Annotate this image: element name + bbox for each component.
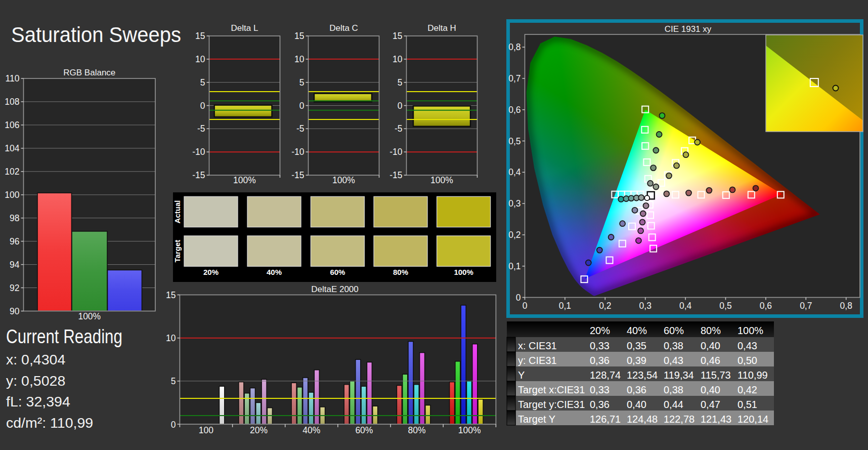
svg-text:15: 15 [166,290,176,300]
svg-text:15: 15 [393,31,402,41]
svg-text:-5: -5 [197,124,205,134]
svg-text:-5: -5 [296,124,305,134]
svg-text:0,33: 0,33 [590,340,610,351]
svg-text:100: 100 [5,190,19,200]
svg-text:0,38: 0,38 [664,340,683,351]
svg-text:0,43: 0,43 [664,355,683,366]
svg-text:40%: 40% [302,425,320,435]
svg-text:Current Reading: Current Reading [6,325,122,347]
svg-text:90: 90 [10,306,20,316]
svg-text:Delta C: Delta C [329,23,358,33]
svg-text:0,42: 0,42 [737,384,757,395]
svg-text:80%: 80% [393,268,408,276]
svg-text:CIE 1931 xy: CIE 1931 xy [665,24,712,34]
svg-text:0,36: 0,36 [590,399,610,410]
svg-text:0,3: 0,3 [639,301,652,311]
svg-text:Saturation Sweeps: Saturation Sweeps [11,22,181,47]
svg-text:0,6: 0,6 [760,301,772,311]
svg-text:100: 100 [199,425,213,435]
svg-text:100%: 100% [233,175,256,185]
svg-text:15: 15 [294,31,304,41]
svg-text:126,71: 126,71 [590,414,621,425]
svg-text:60%: 60% [664,325,684,336]
svg-text:x: CIE31: x: CIE31 [518,340,557,351]
svg-text:0,33: 0,33 [590,384,610,395]
svg-text:0: 0 [398,101,403,111]
svg-text:0: 0 [200,101,205,111]
svg-text:Target: Target [173,240,182,263]
svg-text:40%: 40% [627,325,647,336]
svg-text:0,5: 0,5 [719,301,731,311]
svg-text:0,40: 0,40 [701,340,720,351]
svg-text:0,7: 0,7 [508,73,520,84]
svg-text:121,43: 121,43 [701,414,731,425]
svg-text:110: 110 [6,73,20,84]
svg-text:10: 10 [393,54,403,64]
svg-text:106: 106 [5,120,19,130]
svg-text:100%: 100% [332,175,355,185]
svg-text:120,14: 120,14 [737,414,768,425]
svg-text:0,51: 0,51 [737,399,757,410]
svg-text:0,4: 0,4 [508,167,521,177]
svg-text:98: 98 [10,213,19,223]
svg-text:0,38: 0,38 [664,384,683,395]
svg-text:-15: -15 [192,170,205,180]
svg-text:20%: 20% [250,425,268,435]
svg-text:96: 96 [10,236,19,247]
svg-text:y: CIE31: y: CIE31 [518,355,557,366]
svg-text:0,43: 0,43 [737,340,757,351]
svg-text:Delta H: Delta H [427,23,456,33]
svg-text:0,2: 0,2 [508,230,520,240]
svg-text:0: 0 [299,101,305,111]
svg-text:94: 94 [10,260,20,270]
svg-text:5: 5 [398,77,403,88]
svg-text:0,50: 0,50 [737,355,757,366]
svg-text:15: 15 [195,31,205,41]
svg-text:0,3: 0,3 [508,198,520,209]
svg-text:80%: 80% [408,425,426,435]
svg-text:0,8: 0,8 [840,301,852,311]
svg-text:60%: 60% [330,268,345,276]
svg-text:Target Y: Target Y [518,414,555,425]
svg-text:Actual: Actual [173,200,182,224]
svg-text:Target y:CIE31: Target y:CIE31 [518,399,585,410]
svg-text:0,39: 0,39 [627,355,646,366]
svg-text:0,47: 0,47 [701,399,720,410]
svg-text:0,40: 0,40 [701,384,720,395]
svg-text:0,36: 0,36 [627,384,646,395]
svg-text:10: 10 [195,54,205,64]
svg-text:-10: -10 [291,147,305,157]
svg-text:0,46: 0,46 [701,355,720,366]
svg-text:0,40: 0,40 [627,399,646,410]
svg-text:0,35: 0,35 [627,340,646,351]
svg-text:0,36: 0,36 [590,355,610,366]
svg-text:DeltaE 2000: DeltaE 2000 [311,284,359,294]
svg-text:20%: 20% [203,268,219,276]
svg-text:-5: -5 [395,124,403,134]
svg-text:-10: -10 [389,147,403,157]
svg-text:122,78: 122,78 [664,414,695,425]
svg-text:40%: 40% [267,268,282,276]
svg-text:Target x:CIE31: Target x:CIE31 [518,384,585,395]
svg-text:100%: 100% [454,268,473,276]
svg-text:104: 104 [5,143,19,153]
svg-text:0: 0 [171,420,176,430]
svg-text:0,5: 0,5 [508,136,520,146]
svg-text:0,8: 0,8 [508,42,520,52]
svg-text:-15: -15 [389,170,402,180]
svg-text:x: 0,4304: x: 0,4304 [6,351,65,367]
svg-text:fL: 32,394: fL: 32,394 [6,393,70,410]
svg-text:0: 0 [516,293,521,303]
svg-text:115,73: 115,73 [701,370,731,381]
svg-text:92: 92 [10,283,19,293]
svg-text:20%: 20% [590,325,610,336]
svg-text:100%: 100% [430,175,453,185]
svg-text:Y: Y [518,370,525,381]
svg-text:100%: 100% [458,425,481,435]
svg-text:108: 108 [5,97,19,107]
svg-text:128,74: 128,74 [590,370,621,381]
svg-text:y: 0,5028: y: 0,5028 [6,373,65,389]
svg-text:cd/m²: 110,99: cd/m²: 110,99 [6,415,93,431]
svg-text:0,6: 0,6 [508,105,520,115]
svg-text:100%: 100% [78,311,101,321]
